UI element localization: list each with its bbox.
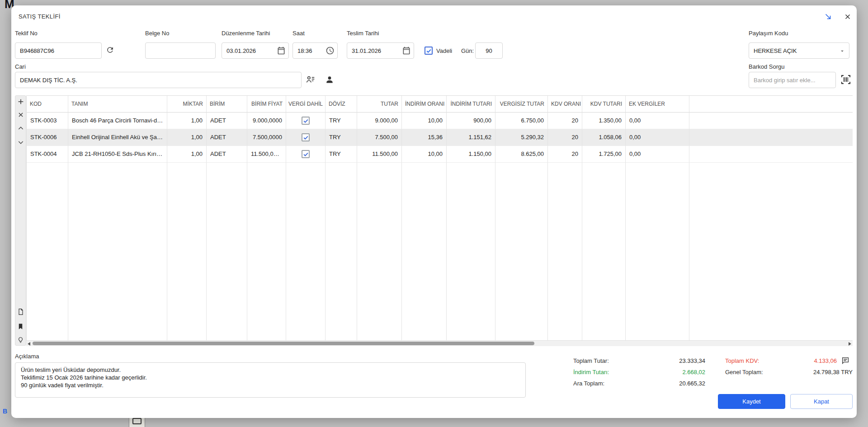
cell-vergisiz-tutar[interactable]: 6.750,00: [495, 113, 548, 129]
cell-indirim-orani[interactable]: 10,00: [402, 113, 447, 129]
cell-ek-vergiler[interactable]: 0,00: [626, 146, 689, 163]
cell-kod[interactable]: STK-0004: [27, 146, 68, 163]
plus-icon: [17, 98, 24, 107]
aciklama-textarea[interactable]: Ürün teslim yeri Üsküdar depomuzdur. Tek…: [15, 362, 526, 398]
scrollbar-thumb[interactable]: [33, 342, 534, 345]
scroll-right-icon[interactable]: [849, 342, 851, 346]
cell-tutar[interactable]: 7.500,00: [357, 129, 402, 146]
table-filler: [326, 163, 357, 340]
vergi-dahil-checkbox[interactable]: [302, 133, 310, 141]
chevron-down-button[interactable]: [16, 138, 25, 148]
cari-input[interactable]: [15, 72, 302, 88]
teslim-tarihi-label: Teslim Tarihi: [347, 30, 379, 37]
col-header-indirim-tutari: İNDİRİM TUTARI: [447, 96, 495, 113]
items-table: KOD TANIM MİKTAR BİRİM BİRİM FİYAT VERGİ…: [26, 95, 853, 340]
cell-indirim-orani[interactable]: 10,00: [402, 146, 447, 163]
cell-kdv-orani[interactable]: 20: [548, 129, 582, 146]
scroll-left-icon[interactable]: [28, 342, 30, 346]
chevron-down-icon: [17, 139, 24, 147]
cell-kdv-tutari[interactable]: 1.058,06: [582, 129, 626, 146]
barkod-sorgu-input[interactable]: [749, 72, 836, 88]
kdv-note-button[interactable]: [840, 356, 850, 366]
col-header-indirim-orani: İNDİRİM ORANI: [402, 96, 447, 113]
cell-vergi-dahil: [286, 113, 326, 129]
teklif-no-label: Teklif No: [15, 30, 38, 37]
cell-indirim-tutari[interactable]: 1.150,00: [447, 146, 495, 163]
select-contact-button[interactable]: [305, 75, 316, 85]
row-toolbar: [15, 95, 26, 346]
cell-tanim[interactable]: Einhell Orijinal Einhell Akü ve Şarj Ci.…: [68, 129, 167, 146]
cell-birim-fiyat[interactable]: 7.500,0000: [247, 129, 286, 146]
toplam-kdv-value: 4.133,06: [778, 357, 837, 365]
cell-miktar[interactable]: 1,00: [167, 146, 207, 163]
cell-kod[interactable]: STK-0003: [27, 113, 68, 129]
vadeli-checkbox[interactable]: [425, 47, 433, 55]
regenerate-number-button[interactable]: [104, 45, 115, 56]
save-button[interactable]: Kaydet: [718, 394, 785, 409]
cell-ek-vergiler[interactable]: 0,00: [626, 113, 689, 129]
vergi-dahil-checkbox[interactable]: [302, 150, 310, 158]
chevron-down-icon: [839, 48, 845, 56]
barcode-scan-button[interactable]: [840, 74, 852, 86]
calendar-icon[interactable]: [277, 46, 286, 55]
cell-tanim[interactable]: Bosch 46 Parça Circirli Tornavi-da Bi...: [68, 113, 167, 129]
move-row-up-button[interactable]: [16, 124, 25, 134]
cell-tutar[interactable]: 11.500,00: [357, 146, 402, 163]
cell-indirim-tutari[interactable]: 900,00: [447, 113, 495, 129]
table-filler: [626, 163, 689, 340]
teklif-no-input[interactable]: [15, 42, 102, 59]
cell-miktar[interactable]: 1,00: [167, 113, 207, 129]
cell-birim[interactable]: ADET: [207, 129, 247, 146]
vergi-dahil-checkbox[interactable]: [302, 117, 310, 125]
close-dialog-button[interactable]: Kapat: [790, 394, 853, 409]
cell-miktar[interactable]: 1,00: [167, 129, 207, 146]
refresh-icon: [106, 46, 114, 56]
barcode-icon: [840, 74, 851, 86]
close-button[interactable]: [842, 12, 853, 23]
cell-birim[interactable]: ADET: [207, 113, 247, 129]
person-icon: [325, 75, 334, 85]
expand-arrow-button[interactable]: [823, 12, 834, 23]
vadeli-label: Vadeli: [436, 47, 452, 55]
cell-kdv-tutari[interactable]: 1.725,00: [582, 146, 626, 163]
col-header-vergi-dahil: VERGİ DAHİL: [286, 96, 326, 113]
cell-birim-fiyat[interactable]: 11.500,0000: [247, 146, 286, 163]
document-button[interactable]: [16, 307, 25, 317]
sales-quote-dialog: SATIŞ TEKLİFİ Teklif No Belge No Düzenle…: [11, 5, 857, 418]
cell-vergisiz-tutar[interactable]: 8.625,00: [495, 146, 548, 163]
background-partial-link: B: [3, 408, 7, 415]
calendar-icon[interactable]: [402, 46, 411, 55]
cell-tanim[interactable]: JCB 21-RH1050-E Sds-Plus Kırıcı De...: [68, 146, 167, 163]
lightbulb-button[interactable]: [16, 336, 25, 346]
add-row-button[interactable]: [16, 97, 25, 107]
cell-doviz[interactable]: TRY: [326, 146, 357, 163]
belge-no-input[interactable]: [145, 42, 216, 59]
table-filler: [357, 163, 402, 340]
clock-icon[interactable]: [326, 46, 335, 55]
cell-birim[interactable]: ADET: [207, 146, 247, 163]
belge-no-label: Belge No: [145, 30, 169, 37]
cell-indirim-tutari[interactable]: 1.151,62: [447, 129, 495, 146]
cell-tutar[interactable]: 9.000,00: [357, 113, 402, 129]
delete-row-button[interactable]: [16, 110, 25, 120]
cell-kod[interactable]: STK-0006: [27, 129, 68, 146]
cell-birim-fiyat[interactable]: 9.000,0000: [247, 113, 286, 129]
contact-card-button[interactable]: [324, 75, 335, 85]
cell-vergisiz-tutar[interactable]: 5.290,32: [495, 129, 548, 146]
teslim-tarihi-field: [347, 42, 414, 59]
cell-doviz[interactable]: TRY: [326, 129, 357, 146]
col-header-tutar: TUTAR: [357, 96, 402, 113]
contact-details-icon: [306, 75, 316, 86]
cell-kdv-orani[interactable]: 20: [548, 146, 582, 163]
cell-kdv-tutari[interactable]: 1.350,00: [582, 113, 626, 129]
paylasim-kodu-select[interactable]: HERKESE AÇIK: [749, 42, 849, 59]
cell-doviz[interactable]: TRY: [326, 113, 357, 129]
cell-ek-vergiler[interactable]: 0,00: [626, 129, 689, 146]
paylasim-kodu-label: Paylaşım Kodu: [749, 30, 788, 37]
table-filler: [286, 163, 326, 340]
cell-indirim-orani[interactable]: 15,36: [402, 129, 447, 146]
gun-input[interactable]: [475, 42, 503, 59]
table-horizontal-scrollbar[interactable]: [26, 340, 853, 346]
cell-kdv-orani[interactable]: 20: [548, 113, 582, 129]
bookmark-button[interactable]: [16, 322, 25, 332]
